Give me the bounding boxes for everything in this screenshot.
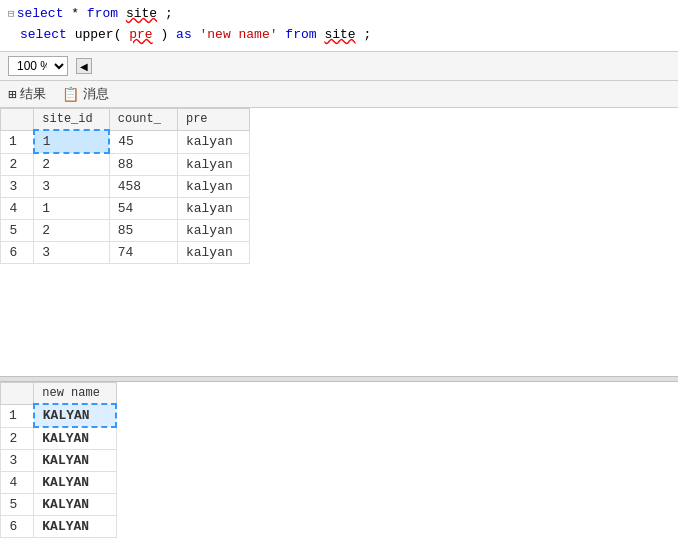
- table-row[interactable]: 33458kalyan: [1, 176, 250, 198]
- table-row[interactable]: 6374kalyan: [1, 242, 250, 264]
- cell-count_[interactable]: 88: [109, 153, 177, 176]
- table1-col-pre: pre: [177, 109, 249, 131]
- table-row[interactable]: 2288kalyan: [1, 153, 250, 176]
- cell-new_name[interactable]: KALYAN: [34, 450, 117, 472]
- cell-pre[interactable]: kalyan: [177, 242, 249, 264]
- cell-new_name[interactable]: KALYAN: [34, 472, 117, 494]
- row-number: 5: [1, 220, 34, 242]
- collapse-icon-1[interactable]: ⊟: [8, 6, 15, 24]
- code-editor[interactable]: ⊟ select * from site ; select upper( pre…: [0, 0, 678, 52]
- row-number: 3: [1, 176, 34, 198]
- row-number: 2: [1, 427, 34, 450]
- scroll-left-button[interactable]: ◀: [76, 58, 92, 74]
- table-row[interactable]: 5285kalyan: [1, 220, 250, 242]
- row-number: 5: [1, 494, 34, 516]
- toolbar: 100 % 75 % 125 % ◀: [0, 52, 678, 81]
- tab-results[interactable]: ⊞ 结果: [8, 85, 46, 103]
- cell-site_id[interactable]: 2: [34, 153, 109, 176]
- row-number: 4: [1, 198, 34, 220]
- cell-site_id[interactable]: 1: [34, 198, 109, 220]
- cell-count_[interactable]: 54: [109, 198, 177, 220]
- tab-messages-label: 消息: [83, 85, 109, 103]
- cell-pre[interactable]: kalyan: [177, 130, 249, 153]
- row-number: 3: [1, 450, 34, 472]
- tab-results-label: 结果: [20, 85, 46, 103]
- row-number: 6: [1, 242, 34, 264]
- table2-rownum-header: [1, 383, 34, 405]
- row-number: 1: [1, 404, 34, 427]
- table-row[interactable]: 1145kalyan: [1, 130, 250, 153]
- table2-header-row: new name: [1, 383, 117, 405]
- table-row[interactable]: 3KALYAN: [1, 450, 117, 472]
- table1-header-row: site_id count_ pre: [1, 109, 250, 131]
- cell-site_id[interactable]: 3: [34, 242, 109, 264]
- table1-wrapper: site_id count_ pre 1145kalyan2288kalyan3…: [0, 108, 678, 264]
- cell-count_[interactable]: 74: [109, 242, 177, 264]
- cell-count_[interactable]: 85: [109, 220, 177, 242]
- result-table-1: site_id count_ pre 1145kalyan2288kalyan3…: [0, 108, 250, 264]
- row-number: 1: [1, 130, 34, 153]
- cell-site_id[interactable]: 1: [34, 130, 109, 153]
- cell-pre[interactable]: kalyan: [177, 220, 249, 242]
- row-number: 6: [1, 516, 34, 538]
- table-row[interactable]: 5KALYAN: [1, 494, 117, 516]
- table-row[interactable]: 2KALYAN: [1, 427, 117, 450]
- table2-col-new_name: new name: [34, 383, 117, 405]
- cell-new_name[interactable]: KALYAN: [34, 516, 117, 538]
- cell-new_name[interactable]: KALYAN: [34, 494, 117, 516]
- cell-pre[interactable]: kalyan: [177, 153, 249, 176]
- table-row[interactable]: 6KALYAN: [1, 516, 117, 538]
- cell-new_name[interactable]: KALYAN: [34, 404, 117, 427]
- row-number: 4: [1, 472, 34, 494]
- messages-icon: 📋: [62, 86, 79, 103]
- cell-pre[interactable]: kalyan: [177, 198, 249, 220]
- cell-count_[interactable]: 458: [109, 176, 177, 198]
- zoom-select[interactable]: 100 % 75 % 125 %: [8, 56, 68, 76]
- results-panel-1: site_id count_ pre 1145kalyan2288kalyan3…: [0, 108, 678, 376]
- cell-count_[interactable]: 45: [109, 130, 177, 153]
- result-table-2: new name 1KALYAN2KALYAN3KALYAN4KALYAN5KA…: [0, 382, 117, 538]
- table-row[interactable]: 1KALYAN: [1, 404, 117, 427]
- tab-messages[interactable]: 📋 消息: [62, 85, 109, 103]
- table1-rownum-header: [1, 109, 34, 131]
- code-line-2: select upper( pre ) as 'new name' from s…: [8, 25, 670, 46]
- code-line-2-text: select upper( pre ) as 'new name' from s…: [20, 25, 371, 46]
- table-row[interactable]: 4154kalyan: [1, 198, 250, 220]
- table1-col-count_: count_: [109, 109, 177, 131]
- tabs-bar: ⊞ 结果 📋 消息: [0, 81, 678, 108]
- table-row[interactable]: 4KALYAN: [1, 472, 117, 494]
- table2-wrapper: new name 1KALYAN2KALYAN3KALYAN4KALYAN5KA…: [0, 382, 678, 538]
- results-icon: ⊞: [8, 86, 16, 103]
- row-number: 2: [1, 153, 34, 176]
- cell-new_name[interactable]: KALYAN: [34, 427, 117, 450]
- cell-pre[interactable]: kalyan: [177, 176, 249, 198]
- cell-site_id[interactable]: 3: [34, 176, 109, 198]
- table1-col-site_id: site_id: [34, 109, 109, 131]
- cell-site_id[interactable]: 2: [34, 220, 109, 242]
- results-panel-2: new name 1KALYAN2KALYAN3KALYAN4KALYAN5KA…: [0, 382, 678, 549]
- code-line-1: ⊟ select * from site ;: [8, 4, 670, 25]
- code-line-1-text: select * from site ;: [17, 4, 173, 25]
